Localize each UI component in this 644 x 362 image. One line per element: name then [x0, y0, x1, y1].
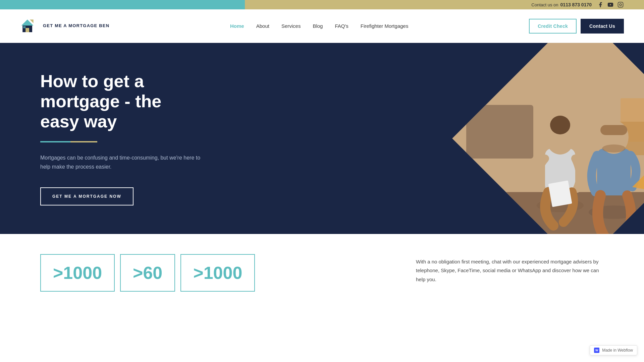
stats-description-block: With a no obligation first meeting, chat…: [416, 254, 604, 284]
header: GET ME A MORTGAGE BEN Home About Service…: [0, 9, 644, 43]
stat-number-2: >60: [133, 264, 162, 282]
stats-section: >1000 >60 >1000 With a no obligation fir…: [0, 234, 644, 312]
stats-desc-line1: With a no obligation first meeting, chat…: [416, 259, 598, 264]
nav-firefighter[interactable]: Firefighter Mortgages: [361, 23, 409, 29]
cta-button[interactable]: GET ME A MORTGAGE NOW: [40, 187, 133, 205]
svg-rect-20: [597, 148, 631, 195]
hero-image-area: [416, 43, 644, 234]
svg-rect-22: [600, 125, 627, 135]
stat-box-3: >1000: [180, 254, 255, 292]
hero-title: How to get a mortgage - the easy way: [40, 71, 201, 131]
stat-box-1: >1000: [40, 254, 115, 292]
stat-number-1: >1000: [53, 264, 102, 282]
youtube-icon[interactable]: [607, 1, 614, 8]
stats-description: With a no obligation first meeting, chat…: [416, 257, 604, 284]
hero-description: Mortgages can be confusing and time-cons…: [40, 153, 201, 171]
logo-text: GET ME A MORTGAGE BEN: [43, 23, 109, 29]
nav-blog[interactable]: Blog: [313, 23, 323, 29]
main-nav: Home About Services Blog FAQ's Firefight…: [230, 23, 408, 29]
hero-content: How to get a mortgage - the easy way Mor…: [0, 71, 241, 205]
social-icons: [597, 1, 624, 8]
svg-point-23: [602, 144, 626, 153]
credit-check-button[interactable]: Credit Check: [529, 19, 577, 34]
svg-rect-1: [618, 2, 623, 7]
logo[interactable]: GET ME A MORTGAGE BEN: [20, 17, 109, 35]
logo-icon: [20, 17, 38, 35]
contact-us-button[interactable]: Contact Us: [581, 19, 624, 34]
top-bar-content: Contact us on 0113 873 0170: [531, 0, 624, 9]
svg-rect-6: [23, 26, 25, 28]
nav-buttons: Credit Check Contact Us: [529, 19, 624, 34]
svg-point-16: [550, 116, 570, 134]
divider-teal: [40, 141, 70, 142]
svg-rect-5: [25, 28, 29, 32]
instagram-icon[interactable]: [617, 1, 624, 8]
hero-divider: [40, 141, 97, 142]
stat-number-3: >1000: [193, 264, 242, 282]
nav-about[interactable]: About: [256, 23, 269, 29]
stats-boxes: >1000 >60 >1000: [40, 254, 255, 292]
diamond-container: [452, 43, 644, 234]
divider-gold: [70, 141, 97, 142]
nav-home[interactable]: Home: [230, 23, 244, 29]
hero-section: How to get a mortgage - the easy way Mor…: [0, 43, 644, 234]
top-bar-teal: [0, 0, 245, 9]
facebook-icon[interactable]: [597, 1, 604, 8]
nav-faqs[interactable]: FAQ's: [335, 23, 348, 29]
stats-desc-line2: telephone, Skype, FaceTime, social media…: [416, 267, 599, 282]
contact-info: Contact us on 0113 873 0170: [531, 2, 592, 7]
stat-box-2: >60: [120, 254, 175, 292]
diamond-image: [452, 43, 644, 234]
contact-prefix: Contact us on: [531, 2, 558, 7]
nav-services[interactable]: Services: [281, 23, 301, 29]
svg-rect-12: [466, 105, 533, 159]
svg-rect-18: [548, 180, 572, 207]
phone-number[interactable]: 0113 873 0170: [560, 2, 592, 7]
